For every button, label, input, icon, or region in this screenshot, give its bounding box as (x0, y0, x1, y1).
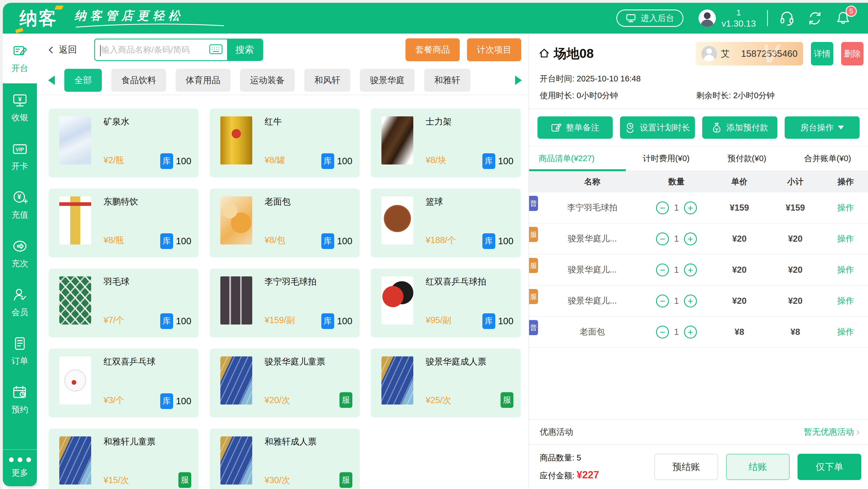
minus-button[interactable]: − (656, 202, 669, 214)
row-type-badge: 普 (529, 320, 538, 335)
col-name: 名称 (543, 176, 642, 187)
row-price: ¥20 (711, 234, 767, 244)
table-operations-dropdown[interactable]: 房台操作 (785, 116, 860, 139)
product-price: ¥8/块 (426, 154, 446, 166)
sidebar-item-cashier[interactable]: ¥ 收银 (3, 83, 37, 132)
count-items-button[interactable]: 计次项目 (467, 38, 521, 61)
category-tab[interactable]: 和风轩 (304, 69, 350, 92)
back-label: 返回 (59, 43, 77, 56)
category-tab[interactable]: 食品饮料 (111, 69, 166, 92)
sidebar-item-label: 订单 (11, 355, 28, 367)
order-only-button[interactable]: 仅下单 (798, 454, 861, 480)
stock-badge: 库100 (160, 233, 191, 249)
minus-button[interactable]: − (656, 233, 669, 245)
member-detail-button[interactable]: 详情 (811, 42, 833, 65)
member-name: 艾 (721, 48, 730, 60)
product-card[interactable]: 红双喜乒乓球拍 ¥95/副 库100 (371, 269, 521, 337)
member-delete-button[interactable]: 删除 (841, 42, 864, 65)
order-row: 普 李宁羽毛球拍 −1+ ¥159 ¥159 操作 (529, 192, 868, 223)
product-name: 士力架 (426, 116, 452, 128)
plus-button[interactable]: + (684, 326, 697, 338)
product-card[interactable]: 和雅轩成人票 ¥30/次 服 (210, 429, 360, 489)
row-action-link[interactable]: 操作 (823, 326, 868, 338)
product-card[interactable]: 羽毛球 ¥7/个 库100 (49, 269, 198, 337)
stock-badge: 库100 (321, 233, 352, 249)
sidebar-item-more[interactable]: 更多 (3, 449, 37, 486)
product-card[interactable]: 和雅轩儿童票 ¥15/次 服 (49, 429, 198, 489)
sidebar-item-booking[interactable]: 预约 (3, 375, 37, 424)
plus-button[interactable]: + (684, 233, 697, 245)
customer-service-icon[interactable] (779, 10, 795, 26)
svg-text:¥: ¥ (18, 95, 22, 103)
product-price: ¥15/次 (103, 475, 129, 486)
pre-checkout-button[interactable]: 预结账 (654, 454, 718, 480)
user-avatar[interactable] (699, 9, 716, 27)
category-tab-all[interactable]: 全部 (64, 69, 102, 92)
plus-button[interactable]: + (684, 202, 697, 214)
product-card[interactable]: 李宁羽毛球拍 ¥159/副 库100 (210, 269, 360, 337)
plus-button[interactable]: + (684, 295, 697, 307)
enter-backend-button[interactable]: 进入后台 (616, 9, 683, 27)
product-card[interactable]: 骏景华庭儿童票 ¥20/次 服 (210, 348, 360, 417)
row-action-link[interactable]: 操作 (823, 264, 868, 276)
product-card[interactable]: 东鹏特饮 ¥8/瓶 库100 (49, 188, 198, 257)
category-tab[interactable]: 体育用品 (176, 69, 230, 92)
product-card[interactable]: 红双喜乒乓球 ¥3/个 库100 (49, 348, 198, 417)
search-input[interactable] (95, 45, 209, 55)
category-tab[interactable]: 和雅轩 (424, 69, 470, 92)
member-icon (12, 287, 28, 303)
product-card[interactable]: 矿泉水 ¥2/瓶 库100 (49, 109, 198, 177)
sidebar-item-member[interactable]: 会员 (3, 278, 37, 327)
order-note-button[interactable]: 整单备注 (537, 116, 613, 139)
stock-badge: 库100 (483, 233, 514, 249)
checkout-button[interactable]: 结账 (726, 454, 790, 480)
sidebar-item-recharge-times[interactable]: 充次 (3, 230, 37, 278)
scroll-right-arrow-icon[interactable] (515, 75, 522, 85)
search-button[interactable]: 搜索 (227, 39, 262, 60)
member-chip[interactable]: 艾 15872535460 V (696, 42, 803, 65)
service-badge: 服 (339, 392, 352, 408)
tab-prepayment[interactable]: 预付款(¥0) (707, 147, 787, 171)
stock-badge: 库100 (160, 313, 191, 329)
product-card[interactable]: 篮球 ¥188/个 库100 (371, 188, 521, 257)
sidebar-item-orders[interactable]: 订单 (3, 327, 37, 375)
product-name: 红双喜乒乓球拍 (426, 276, 486, 287)
row-action-link[interactable]: 操作 (823, 233, 868, 245)
plus-button[interactable]: + (684, 264, 697, 276)
product-card[interactable]: 老面包 ¥8/包 库100 (210, 188, 360, 257)
product-image (59, 276, 91, 325)
product-card[interactable]: 红牛 ¥8/罐 库100 (210, 109, 360, 177)
duration-row: 使用时长: 0小时0分钟 剩余时长: 2小时0分钟 (529, 85, 868, 109)
tab-merged-bill[interactable]: 合并账单(¥0) (787, 147, 868, 171)
sidebar-item-vip-card[interactable]: VIP 开卡 (3, 132, 37, 181)
promo-value-link[interactable]: 暂无优惠活动 (804, 426, 854, 438)
combo-products-button[interactable]: 套餐商品 (405, 38, 460, 61)
product-card[interactable]: 士力架 ¥8/块 库100 (371, 109, 521, 177)
row-action-link[interactable]: 操作 (823, 295, 868, 307)
tab-product-list[interactable]: 商品清单(¥227) (529, 147, 626, 171)
notification-bell-icon[interactable]: 5 (835, 10, 851, 26)
set-plan-duration-button[interactable]: 设置计划时长 (620, 116, 695, 139)
product-card[interactable]: 骏景华庭成人票 ¥25/次 服 (371, 348, 521, 417)
add-prepayment-button[interactable]: 添加预付款 (702, 116, 777, 139)
sidebar-item-recharge[interactable]: ¥ 充值 (3, 181, 37, 230)
keyboard-icon[interactable] (209, 44, 223, 55)
row-action-link[interactable]: 操作 (823, 202, 868, 213)
minus-button[interactable]: − (656, 264, 669, 276)
sync-icon[interactable] (807, 10, 823, 26)
scroll-left-arrow-icon[interactable] (48, 75, 55, 85)
back-button[interactable]: 返回 (50, 43, 77, 56)
recharge-times-icon (12, 238, 28, 254)
sidebar-item-label: 收银 (11, 112, 28, 123)
row-name: 骏景华庭儿... (543, 233, 642, 245)
minus-button[interactable]: − (656, 326, 669, 338)
product-image (220, 436, 252, 485)
minus-button[interactable]: − (656, 295, 669, 307)
stock-badge: 库100 (321, 313, 352, 329)
tab-time-fee[interactable]: 计时费用(¥0) (626, 147, 707, 171)
category-tab[interactable]: 运动装备 (240, 69, 295, 92)
sidebar-item-open-table[interactable]: 开台 (3, 34, 37, 83)
money-bag-icon (711, 122, 722, 133)
svg-text:¥: ¥ (17, 193, 21, 201)
category-tab[interactable]: 骏景华庭 (360, 69, 415, 92)
